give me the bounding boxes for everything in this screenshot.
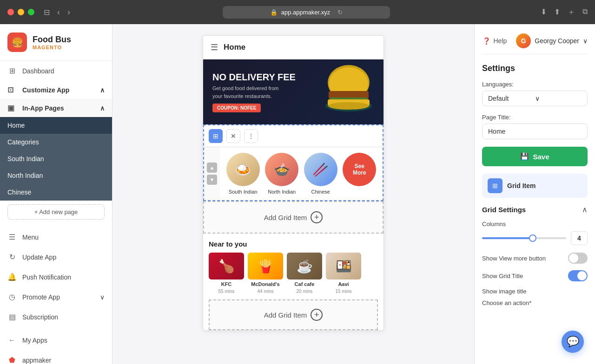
add-grid-item-bottom-button[interactable]: Add Grid Item + xyxy=(209,299,378,330)
add-page-label: + Add new page xyxy=(34,208,78,215)
sidebar-item-subscription[interactable]: ▤ Subscription xyxy=(0,307,112,327)
phone-header: ☰ Home xyxy=(203,36,383,59)
sidebar-section-in-app-pages[interactable]: ▣ In-App Pages ∧ xyxy=(0,99,112,117)
sidebar-item-promote-app[interactable]: ◷ Promote App ∨ xyxy=(0,287,112,307)
grid-tool-more-icon[interactable]: ⋮ xyxy=(244,129,258,143)
grid-cell-north-indian[interactable]: 🍲 North Indian xyxy=(265,153,298,195)
page-title-input[interactable] xyxy=(482,124,588,139)
near-items-container: 🍗 KFC 55 mins 🍟 McDonald's 44 mins xyxy=(209,253,378,294)
chinese-image: 🥢 xyxy=(304,153,337,186)
app-body: 🍔 Food Bus MAGENTO ⊞ Dashboard ⊡ Customi… xyxy=(0,24,595,364)
tabs-icon[interactable]: ⧉ xyxy=(582,7,588,17)
caf-cafe-image: ☕ xyxy=(287,253,322,280)
grid-tool-close-icon[interactable]: ✕ xyxy=(226,129,240,143)
page-north-indian-label: North Indian xyxy=(7,172,43,179)
page-item-home[interactable]: Home xyxy=(0,117,112,134)
hamburger-menu-icon: ☰ xyxy=(211,42,218,52)
north-indian-image: 🍲 xyxy=(265,153,298,186)
share-icon[interactable]: ⬆ xyxy=(554,7,560,17)
grid-nav-up-button[interactable]: ▲ xyxy=(207,162,217,173)
save-label: Save xyxy=(533,153,549,161)
close-window-button[interactable] xyxy=(7,9,14,15)
new-tab-icon[interactable]: ＋ xyxy=(568,7,575,17)
maximize-window-button[interactable] xyxy=(28,9,34,15)
toggle-knob-grid-title xyxy=(577,271,587,280)
sidebar-item-dashboard[interactable]: ⊞ Dashboard xyxy=(0,61,112,81)
grid-item-badge-label: Grid Item xyxy=(507,182,536,189)
back-button[interactable]: ‹ xyxy=(55,7,62,17)
save-button[interactable]: 💾 Save xyxy=(482,147,588,166)
page-item-south-indian[interactable]: South Indian xyxy=(0,150,112,167)
url-bar[interactable]: 🔒 app.appmaker.xyz ↻ xyxy=(223,6,390,19)
grid-cell-chinese[interactable]: 🥢 Chinese xyxy=(304,153,337,195)
aavi-label: Aavi xyxy=(338,281,349,287)
my-apps-label: My Apps xyxy=(22,337,47,344)
see-more-circle[interactable]: See More xyxy=(343,153,376,186)
sidebar-item-menu[interactable]: ☰ Menu xyxy=(0,227,112,247)
titlebar-actions: ⬇ ⬆ ＋ ⧉ xyxy=(541,7,588,17)
page-item-north-indian[interactable]: North Indian xyxy=(0,167,112,184)
near-item-caf-cafe[interactable]: ☕ Caf cafe 20 mins xyxy=(287,253,322,294)
mcdonalds-image: 🍟 xyxy=(248,253,283,280)
add-page-button[interactable]: + Add new page xyxy=(7,204,105,220)
show-grid-title-label: Show Grid Title xyxy=(482,273,523,280)
grid-settings-collapse-icon[interactable]: ∧ xyxy=(582,205,588,214)
near-item-aavi[interactable]: 🍱 Aavi 15 mins xyxy=(326,253,361,294)
forward-button[interactable]: › xyxy=(66,7,72,17)
grid-settings-header: Grid Settings ∧ xyxy=(482,205,588,214)
near-item-mcdonalds[interactable]: 🍟 McDonald's 44 mins xyxy=(248,253,283,294)
columns-value: 4 xyxy=(571,231,588,245)
main-content: ☰ Home NO DELIVERY FEE Get good food del… xyxy=(112,24,474,364)
sidebar-item-appmaker[interactable]: ⬟ appmaker xyxy=(0,350,112,364)
add-grid-item-button[interactable]: Add Grid Item + xyxy=(203,201,383,234)
slider-thumb[interactable] xyxy=(529,234,536,242)
near-item-kfc[interactable]: 🍗 KFC 55 mins xyxy=(209,253,244,294)
grid-settings-title: Grid Settings xyxy=(482,206,526,214)
grid-cell-south-indian[interactable]: 🍛 South Indian xyxy=(226,153,260,195)
titlebar: ⊟ ‹ › 🔒 app.appmaker.xyz ↻ ⬇ ⬆ ＋ ⧉ xyxy=(0,0,595,24)
settings-title: Settings xyxy=(482,64,588,73)
show-view-more-toggle[interactable] xyxy=(568,253,588,264)
grid-items-container: 🍛 South Indian 🍲 North Indian xyxy=(220,147,383,200)
phone-preview: ☰ Home NO DELIVERY FEE Get good food del… xyxy=(203,35,384,331)
sidebar-item-push-notification[interactable]: 🔔 Push Notification xyxy=(0,267,112,287)
kfc-image: 🍗 xyxy=(209,253,244,280)
show-grid-title-toggle[interactable] xyxy=(568,270,588,281)
grid-nav-down-button[interactable]: ▼ xyxy=(207,175,217,185)
columns-label: Columns xyxy=(482,221,588,228)
download-icon[interactable]: ⬇ xyxy=(541,7,547,17)
appmaker-logo-icon: ⬟ xyxy=(7,356,17,364)
brand-name: Food Bus xyxy=(33,35,71,45)
kfc-label: KFC xyxy=(221,281,232,287)
near-to-you-section: Near to you 🍗 KFC 55 mins 🍟 xyxy=(203,234,383,330)
reload-icon[interactable]: ↻ xyxy=(337,9,343,16)
sidebar-item-my-apps[interactable]: ← My Apps xyxy=(0,331,112,350)
user-menu-button[interactable]: G Georgy Cooper ∨ xyxy=(516,33,588,48)
sidebar-section-customize[interactable]: ⊡ Customize App ∧ xyxy=(0,81,112,99)
language-selector[interactable]: Default ∨ xyxy=(482,91,588,106)
chinese-emoji: 🥢 xyxy=(312,162,329,177)
page-categories-label: Categories xyxy=(7,138,39,146)
sidebar-item-update-app[interactable]: ↻ Update App xyxy=(0,247,112,267)
help-button[interactable]: ❓ Help xyxy=(483,37,507,45)
page-item-chinese[interactable]: Chinese xyxy=(0,184,112,201)
language-chevron-icon: ∨ xyxy=(535,95,582,102)
menu-label: Menu xyxy=(22,234,39,241)
south-indian-emoji: 🍛 xyxy=(235,162,251,177)
page-title-label: Page Title: xyxy=(482,114,588,121)
sidebar-toggle-icon[interactable]: ⊟ xyxy=(44,8,50,17)
page-item-categories[interactable]: Categories xyxy=(0,134,112,150)
page-chinese-label: Chinese xyxy=(7,188,31,196)
chat-widget-button[interactable]: 💬 xyxy=(562,331,584,353)
promote-app-icon: ◷ xyxy=(7,292,17,301)
user-avatar: G xyxy=(516,33,531,48)
columns-slider[interactable] xyxy=(482,237,566,239)
grid-cell-see-more[interactable]: See More xyxy=(343,153,376,195)
subscription-icon: ▤ xyxy=(7,312,17,321)
grid-tool-grid-icon[interactable]: ⊞ xyxy=(209,129,223,143)
in-app-pages-icon: ▣ xyxy=(7,104,17,112)
add-grid-item-label: Add Grid Item xyxy=(264,214,307,221)
minimize-window-button[interactable] xyxy=(18,9,24,15)
banner-section: NO DELIVERY FEE Get good food delivered … xyxy=(203,59,383,124)
subscription-label: Subscription xyxy=(22,313,58,321)
